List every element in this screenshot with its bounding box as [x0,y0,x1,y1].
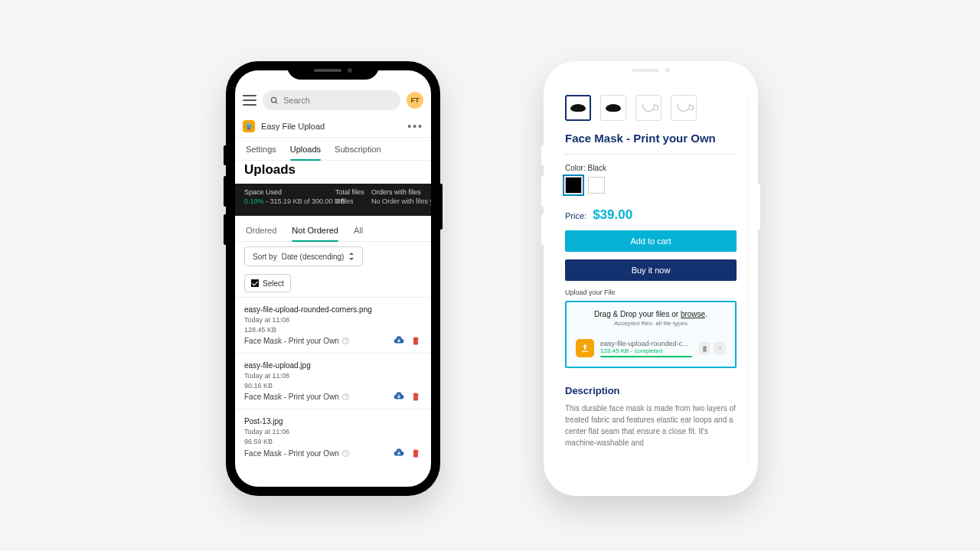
menu-icon[interactable] [243,95,256,106]
color-value: Black [587,164,606,172]
thumb-mask-black[interactable] [565,95,591,121]
list-item[interactable]: easy-file-upload.jpg Today at 11:08 90.1… [235,353,431,409]
file-time: Today at 11:08 [244,315,422,325]
list-item[interactable]: Post-13.jpg Today at 11:06 96.59 KB Face… [235,409,431,465]
upload-label: Upload your File [565,289,737,296]
file-product: Face Mask - Print your Own [244,393,339,401]
sort-arrows-icon [348,253,354,260]
tab-subscription[interactable]: Subscription [335,138,381,160]
info-icon[interactable]: ? [342,450,349,457]
color-swatches [565,177,737,194]
svg-line-1 [276,101,277,103]
avatar[interactable]: FT [407,92,423,109]
stat-orders-value: No Order with files ye [371,197,422,205]
file-name: easy-file-upload-rounded-corners.png [244,305,422,314]
browse-link[interactable]: browse [681,310,705,318]
file-delete-icon[interactable] [698,342,710,354]
app-header: Easy File Upload ••• [235,115,431,138]
svg-point-0 [271,97,276,102]
thumb-mask-black-alt[interactable] [600,95,626,121]
uploaded-file-status: 128.45 KB - completed [600,347,692,354]
swatch-black[interactable] [565,177,582,194]
stat-files-label: Total files [335,188,358,196]
download-icon[interactable] [393,334,405,347]
product-thumbnails [565,95,737,121]
page-title: Uploads [244,162,296,178]
thumb-cup-2[interactable] [671,95,697,121]
delete-icon[interactable] [410,390,422,403]
stat-space-pct: 0.10% [244,197,264,205]
list-item[interactable]: easy-file-upload-rounded-corners.png Tod… [235,297,431,353]
search-icon [270,96,279,105]
file-time: Today at 11:08 [244,371,422,381]
phone-storefront: Face Mask - Print your Own Color: Black … [544,61,758,496]
tab-uploads[interactable]: Uploads [290,138,321,160]
stat-orders-label: Orders with files [371,188,422,196]
upload-list: easy-file-upload-rounded-corners.png Tod… [235,297,431,487]
upload-progress-bar [600,356,692,357]
download-icon[interactable] [393,447,405,459]
price-value: $39.00 [593,207,632,223]
file-type-icon [576,339,594,357]
search-input[interactable]: Search [263,90,400,110]
sub-tabs: Ordered Not Ordered All [235,219,431,242]
file-size: 96.59 KB [244,437,422,447]
file-size: 90.16 KB [244,381,422,391]
uploaded-file-row: easy-file-upload-rounded-cor… 128.45 KB … [576,339,726,357]
description-body: This durable face mask is made from two … [565,403,737,448]
subtab-not-ordered[interactable]: Not Ordered [292,219,338,241]
delete-icon[interactable] [410,447,422,459]
subtab-ordered[interactable]: Ordered [246,219,276,241]
search-placeholder: Search [283,96,310,105]
phone-admin: Search FT Easy File Upload ••• Settings … [226,61,440,496]
price-label: Price: [565,211,586,220]
download-icon[interactable] [393,390,405,403]
file-name: easy-file-upload.jpg [244,361,422,370]
dropzone-subtext: Accepted files: all file types [576,320,726,327]
file-name: Post-13.jpg [244,417,422,425]
sort-dropdown[interactable]: Sort by Date (descending) [244,246,363,266]
main-tabs: Settings Uploads Subscription [235,138,431,161]
buy-now-button[interactable]: Buy it now [565,259,737,281]
more-icon[interactable]: ••• [407,120,423,132]
info-icon[interactable]: ? [342,337,349,344]
file-product: Face Mask - Print your Own [244,337,339,345]
add-to-cart-button[interactable]: Add to cart [565,230,737,252]
tab-settings[interactable]: Settings [246,138,276,160]
delete-icon[interactable] [410,334,422,347]
stat-files-value: 3 files [335,197,358,205]
phone-notch [287,61,379,80]
swatch-white[interactable] [588,177,605,194]
thumb-cup-1[interactable] [635,95,662,121]
phone-notch [605,61,697,80]
file-reupload-icon[interactable] [714,342,726,354]
product-title: Face Mask - Print your Own [565,132,737,145]
upload-dropzone[interactable]: Drag & Drop your files or browse. Accept… [565,301,737,368]
info-icon[interactable]: ? [342,393,349,400]
app-name: Easy File Upload [261,122,325,131]
select-button[interactable]: Select [244,274,291,292]
file-product: Face Mask - Print your Own [244,449,339,458]
app-icon [243,120,255,132]
stats-bar: Space Used 0.10% - 315.19 KB of 300.00 M… [235,184,431,216]
stat-space-label: Space Used [244,188,322,196]
description-title: Description [565,385,737,396]
uploaded-file-name: easy-file-upload-rounded-cor… [600,340,692,347]
file-time: Today at 11:06 [244,427,422,437]
file-size: 128.45 KB [244,325,422,335]
checkbox-icon [251,279,259,287]
subtab-all[interactable]: All [354,219,363,241]
stat-space-rest: - 315.19 KB of 300.00 MB [264,197,345,205]
color-label: Color: [565,164,586,172]
